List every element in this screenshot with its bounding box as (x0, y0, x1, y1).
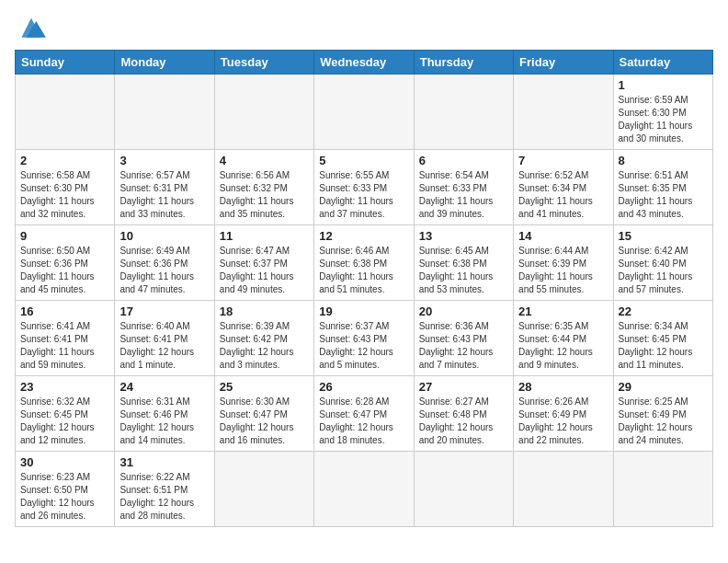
weekday-header-row: SundayMondayTuesdayWednesdayThursdayFrid… (16, 51, 713, 75)
calendar-day-cell: 29Sunrise: 6:25 AM Sunset: 6:49 PM Dayli… (613, 376, 712, 452)
day-info: Sunrise: 6:47 AM Sunset: 6:37 PM Dayligh… (220, 245, 309, 296)
day-number: 9 (20, 229, 109, 243)
calendar-day-cell: 2Sunrise: 6:58 AM Sunset: 6:30 PM Daylig… (16, 150, 115, 225)
day-info: Sunrise: 6:37 AM Sunset: 6:43 PM Dayligh… (319, 320, 408, 372)
day-number: 18 (220, 304, 309, 318)
calendar-day-cell: 14Sunrise: 6:44 AM Sunset: 6:39 PM Dayli… (514, 225, 613, 301)
calendar-day-cell (613, 452, 712, 527)
calendar-day-cell: 7Sunrise: 6:52 AM Sunset: 6:34 PM Daylig… (514, 150, 613, 225)
day-info: Sunrise: 6:56 AM Sunset: 6:32 PM Dayligh… (220, 169, 309, 221)
calendar-day-cell: 3Sunrise: 6:57 AM Sunset: 6:31 PM Daylig… (115, 150, 214, 225)
weekday-header-friday: Friday (514, 51, 613, 75)
day-info: Sunrise: 6:42 AM Sunset: 6:40 PM Dayligh… (619, 245, 708, 296)
calendar-day-cell (115, 75, 214, 150)
calendar-week-row-1: 2Sunrise: 6:58 AM Sunset: 6:30 PM Daylig… (16, 150, 713, 225)
weekday-header-tuesday: Tuesday (214, 51, 313, 75)
calendar-day-cell (214, 75, 313, 150)
calendar-day-cell (514, 452, 613, 527)
day-info: Sunrise: 6:41 AM Sunset: 6:41 PM Dayligh… (20, 320, 109, 372)
calendar-day-cell (414, 452, 513, 527)
calendar-day-cell: 5Sunrise: 6:55 AM Sunset: 6:33 PM Daylig… (314, 150, 414, 225)
weekday-header-wednesday: Wednesday (314, 51, 414, 75)
calendar-day-cell: 23Sunrise: 6:32 AM Sunset: 6:45 PM Dayli… (16, 376, 115, 452)
day-info: Sunrise: 6:40 AM Sunset: 6:41 PM Dayligh… (119, 320, 209, 372)
calendar-day-cell (314, 452, 414, 527)
calendar-day-cell: 10Sunrise: 6:49 AM Sunset: 6:36 PM Dayli… (115, 225, 214, 301)
calendar-day-cell: 26Sunrise: 6:28 AM Sunset: 6:47 PM Dayli… (314, 376, 414, 452)
day-info: Sunrise: 6:27 AM Sunset: 6:48 PM Dayligh… (419, 396, 508, 447)
weekday-header-thursday: Thursday (414, 51, 513, 75)
day-info: Sunrise: 6:22 AM Sunset: 6:51 PM Dayligh… (119, 471, 209, 523)
calendar-day-cell: 11Sunrise: 6:47 AM Sunset: 6:37 PM Dayli… (214, 225, 313, 301)
day-info: Sunrise: 6:39 AM Sunset: 6:42 PM Dayligh… (220, 320, 309, 372)
day-info: Sunrise: 6:30 AM Sunset: 6:47 PM Dayligh… (220, 396, 309, 447)
day-info: Sunrise: 6:31 AM Sunset: 6:46 PM Dayligh… (119, 396, 209, 447)
day-info: Sunrise: 6:23 AM Sunset: 6:50 PM Dayligh… (20, 471, 109, 523)
day-info: Sunrise: 6:34 AM Sunset: 6:45 PM Dayligh… (619, 320, 708, 372)
day-info: Sunrise: 6:36 AM Sunset: 6:43 PM Dayligh… (419, 320, 508, 372)
calendar-table: SundayMondayTuesdayWednesdayThursdayFrid… (15, 50, 713, 527)
calendar-week-row-0: 1Sunrise: 6:59 AM Sunset: 6:30 PM Daylig… (16, 75, 713, 150)
day-info: Sunrise: 6:26 AM Sunset: 6:49 PM Dayligh… (518, 396, 608, 447)
day-number: 7 (518, 154, 608, 167)
day-info: Sunrise: 6:50 AM Sunset: 6:36 PM Dayligh… (20, 245, 109, 296)
calendar-day-cell: 15Sunrise: 6:42 AM Sunset: 6:40 PM Dayli… (613, 225, 712, 301)
day-info: Sunrise: 6:32 AM Sunset: 6:45 PM Dayligh… (20, 396, 109, 447)
day-number: 6 (419, 154, 508, 167)
day-info: Sunrise: 6:54 AM Sunset: 6:33 PM Dayligh… (419, 169, 508, 221)
day-number: 24 (119, 380, 209, 394)
day-number: 21 (518, 304, 608, 318)
weekday-header-sunday: Sunday (16, 51, 115, 75)
calendar-day-cell (16, 75, 115, 150)
page-header (15, 15, 713, 42)
day-number: 3 (119, 154, 209, 167)
calendar-day-cell: 6Sunrise: 6:54 AM Sunset: 6:33 PM Daylig… (414, 150, 513, 225)
day-number: 20 (419, 304, 508, 318)
day-number: 16 (20, 304, 109, 318)
calendar-day-cell: 21Sunrise: 6:35 AM Sunset: 6:44 PM Dayli… (514, 301, 613, 376)
calendar-day-cell: 13Sunrise: 6:45 AM Sunset: 6:38 PM Dayli… (414, 225, 513, 301)
day-number: 13 (419, 229, 508, 243)
calendar-day-cell (314, 75, 414, 150)
day-number: 25 (220, 380, 309, 394)
day-number: 31 (119, 455, 209, 469)
calendar-day-cell: 18Sunrise: 6:39 AM Sunset: 6:42 PM Dayli… (214, 301, 313, 376)
day-info: Sunrise: 6:55 AM Sunset: 6:33 PM Dayligh… (319, 169, 408, 221)
calendar-day-cell (514, 75, 613, 150)
calendar-day-cell (414, 75, 513, 150)
day-info: Sunrise: 6:35 AM Sunset: 6:44 PM Dayligh… (518, 320, 608, 372)
day-info: Sunrise: 6:58 AM Sunset: 6:30 PM Dayligh… (20, 169, 109, 221)
day-number: 22 (619, 304, 708, 318)
day-info: Sunrise: 6:51 AM Sunset: 6:35 PM Dayligh… (619, 169, 708, 221)
weekday-header-monday: Monday (115, 51, 214, 75)
calendar-day-cell: 22Sunrise: 6:34 AM Sunset: 6:45 PM Dayli… (613, 301, 712, 376)
calendar-day-cell: 28Sunrise: 6:26 AM Sunset: 6:49 PM Dayli… (514, 376, 613, 452)
day-info: Sunrise: 6:44 AM Sunset: 6:39 PM Dayligh… (518, 245, 608, 296)
calendar-day-cell: 27Sunrise: 6:27 AM Sunset: 6:48 PM Dayli… (414, 376, 513, 452)
day-number: 10 (119, 229, 209, 243)
day-info: Sunrise: 6:52 AM Sunset: 6:34 PM Dayligh… (518, 169, 608, 221)
day-info: Sunrise: 6:59 AM Sunset: 6:30 PM Dayligh… (619, 94, 708, 145)
calendar-day-cell: 24Sunrise: 6:31 AM Sunset: 6:46 PM Dayli… (115, 376, 214, 452)
calendar-day-cell (214, 452, 313, 527)
calendar-day-cell: 19Sunrise: 6:37 AM Sunset: 6:43 PM Dayli… (314, 301, 414, 376)
day-number: 5 (319, 154, 408, 167)
day-info: Sunrise: 6:45 AM Sunset: 6:38 PM Dayligh… (419, 245, 508, 296)
day-number: 2 (20, 154, 109, 167)
day-info: Sunrise: 6:28 AM Sunset: 6:47 PM Dayligh… (319, 396, 408, 447)
day-number: 11 (220, 229, 309, 243)
day-number: 27 (419, 380, 508, 394)
day-number: 19 (319, 304, 408, 318)
calendar-day-cell: 31Sunrise: 6:22 AM Sunset: 6:51 PM Dayli… (115, 452, 214, 527)
calendar-day-cell: 20Sunrise: 6:36 AM Sunset: 6:43 PM Dayli… (414, 301, 513, 376)
logo (15, 15, 51, 42)
day-number: 14 (518, 229, 608, 243)
calendar-day-cell: 30Sunrise: 6:23 AM Sunset: 6:50 PM Dayli… (16, 452, 115, 527)
day-number: 23 (20, 380, 109, 394)
day-number: 29 (619, 380, 708, 394)
calendar-week-row-5: 30Sunrise: 6:23 AM Sunset: 6:50 PM Dayli… (16, 452, 713, 527)
day-number: 28 (518, 380, 608, 394)
weekday-header-saturday: Saturday (613, 51, 712, 75)
calendar-day-cell: 25Sunrise: 6:30 AM Sunset: 6:47 PM Dayli… (214, 376, 313, 452)
day-number: 12 (319, 229, 408, 243)
